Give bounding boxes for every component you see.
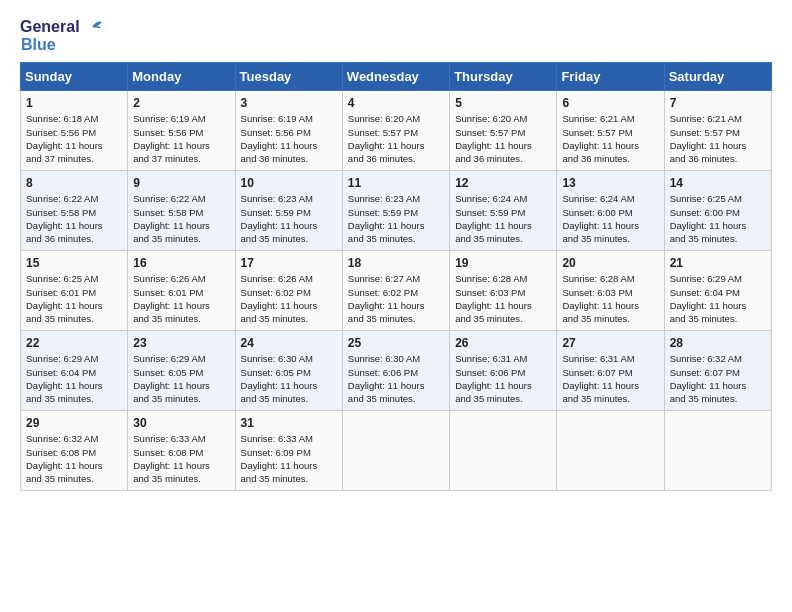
header-day-friday: Friday bbox=[557, 62, 664, 90]
day-number: 5 bbox=[455, 95, 552, 112]
day-number: 27 bbox=[562, 335, 659, 352]
week-row-5: 29Sunrise: 6:32 AMSunset: 6:08 PMDayligh… bbox=[21, 410, 772, 490]
calendar-cell: 30Sunrise: 6:33 AMSunset: 6:08 PMDayligh… bbox=[128, 410, 235, 490]
calendar-cell: 7Sunrise: 6:21 AMSunset: 5:57 PMDaylight… bbox=[664, 90, 771, 170]
day-number: 19 bbox=[455, 255, 552, 272]
day-number: 4 bbox=[348, 95, 445, 112]
calendar-cell: 11Sunrise: 6:23 AMSunset: 5:59 PMDayligh… bbox=[342, 170, 449, 250]
header-day-tuesday: Tuesday bbox=[235, 62, 342, 90]
calendar-cell: 5Sunrise: 6:20 AMSunset: 5:57 PMDaylight… bbox=[450, 90, 557, 170]
day-number: 29 bbox=[26, 415, 123, 432]
calendar-cell: 23Sunrise: 6:29 AMSunset: 6:05 PMDayligh… bbox=[128, 330, 235, 410]
day-number: 31 bbox=[241, 415, 338, 432]
calendar-cell: 18Sunrise: 6:27 AMSunset: 6:02 PMDayligh… bbox=[342, 250, 449, 330]
week-row-4: 22Sunrise: 6:29 AMSunset: 6:04 PMDayligh… bbox=[21, 330, 772, 410]
day-number: 7 bbox=[670, 95, 767, 112]
calendar-table: SundayMondayTuesdayWednesdayThursdayFrid… bbox=[20, 62, 772, 491]
calendar-cell: 6Sunrise: 6:21 AMSunset: 5:57 PMDaylight… bbox=[557, 90, 664, 170]
day-number: 10 bbox=[241, 175, 338, 192]
day-number: 25 bbox=[348, 335, 445, 352]
calendar-cell: 2Sunrise: 6:19 AMSunset: 5:56 PMDaylight… bbox=[128, 90, 235, 170]
calendar-cell: 14Sunrise: 6:25 AMSunset: 6:00 PMDayligh… bbox=[664, 170, 771, 250]
day-number: 11 bbox=[348, 175, 445, 192]
calendar-cell: 26Sunrise: 6:31 AMSunset: 6:06 PMDayligh… bbox=[450, 330, 557, 410]
calendar-cell: 28Sunrise: 6:32 AMSunset: 6:07 PMDayligh… bbox=[664, 330, 771, 410]
day-number: 21 bbox=[670, 255, 767, 272]
calendar-cell bbox=[664, 410, 771, 490]
day-number: 16 bbox=[133, 255, 230, 272]
day-number: 1 bbox=[26, 95, 123, 112]
header-row: SundayMondayTuesdayWednesdayThursdayFrid… bbox=[21, 62, 772, 90]
calendar-cell: 27Sunrise: 6:31 AMSunset: 6:07 PMDayligh… bbox=[557, 330, 664, 410]
calendar-cell: 9Sunrise: 6:22 AMSunset: 5:58 PMDaylight… bbox=[128, 170, 235, 250]
week-row-2: 8Sunrise: 6:22 AMSunset: 5:58 PMDaylight… bbox=[21, 170, 772, 250]
week-row-1: 1Sunrise: 6:18 AMSunset: 5:56 PMDaylight… bbox=[21, 90, 772, 170]
calendar-cell: 20Sunrise: 6:28 AMSunset: 6:03 PMDayligh… bbox=[557, 250, 664, 330]
logo-bird-icon bbox=[82, 18, 102, 36]
calendar-cell: 24Sunrise: 6:30 AMSunset: 6:05 PMDayligh… bbox=[235, 330, 342, 410]
day-number: 12 bbox=[455, 175, 552, 192]
day-number: 13 bbox=[562, 175, 659, 192]
calendar-cell: 13Sunrise: 6:24 AMSunset: 6:00 PMDayligh… bbox=[557, 170, 664, 250]
calendar-cell: 15Sunrise: 6:25 AMSunset: 6:01 PMDayligh… bbox=[21, 250, 128, 330]
header-day-sunday: Sunday bbox=[21, 62, 128, 90]
day-number: 9 bbox=[133, 175, 230, 192]
calendar-cell bbox=[557, 410, 664, 490]
day-number: 3 bbox=[241, 95, 338, 112]
calendar-cell: 10Sunrise: 6:23 AMSunset: 5:59 PMDayligh… bbox=[235, 170, 342, 250]
week-row-3: 15Sunrise: 6:25 AMSunset: 6:01 PMDayligh… bbox=[21, 250, 772, 330]
day-number: 23 bbox=[133, 335, 230, 352]
calendar-cell bbox=[450, 410, 557, 490]
calendar-cell bbox=[342, 410, 449, 490]
calendar-cell: 1Sunrise: 6:18 AMSunset: 5:56 PMDaylight… bbox=[21, 90, 128, 170]
calendar-cell: 31Sunrise: 6:33 AMSunset: 6:09 PMDayligh… bbox=[235, 410, 342, 490]
day-number: 28 bbox=[670, 335, 767, 352]
calendar-cell: 8Sunrise: 6:22 AMSunset: 5:58 PMDaylight… bbox=[21, 170, 128, 250]
day-number: 2 bbox=[133, 95, 230, 112]
day-number: 6 bbox=[562, 95, 659, 112]
day-number: 24 bbox=[241, 335, 338, 352]
calendar-cell: 16Sunrise: 6:26 AMSunset: 6:01 PMDayligh… bbox=[128, 250, 235, 330]
header-day-wednesday: Wednesday bbox=[342, 62, 449, 90]
day-number: 14 bbox=[670, 175, 767, 192]
header-day-thursday: Thursday bbox=[450, 62, 557, 90]
day-number: 30 bbox=[133, 415, 230, 432]
header: General Blue bbox=[20, 18, 772, 54]
header-day-saturday: Saturday bbox=[664, 62, 771, 90]
day-number: 20 bbox=[562, 255, 659, 272]
calendar-cell: 3Sunrise: 6:19 AMSunset: 5:56 PMDaylight… bbox=[235, 90, 342, 170]
day-number: 18 bbox=[348, 255, 445, 272]
calendar-cell: 4Sunrise: 6:20 AMSunset: 5:57 PMDaylight… bbox=[342, 90, 449, 170]
day-number: 26 bbox=[455, 335, 552, 352]
calendar-cell: 19Sunrise: 6:28 AMSunset: 6:03 PMDayligh… bbox=[450, 250, 557, 330]
day-number: 22 bbox=[26, 335, 123, 352]
logo-general: General bbox=[20, 18, 80, 36]
day-number: 8 bbox=[26, 175, 123, 192]
calendar-cell: 12Sunrise: 6:24 AMSunset: 5:59 PMDayligh… bbox=[450, 170, 557, 250]
calendar-cell: 29Sunrise: 6:32 AMSunset: 6:08 PMDayligh… bbox=[21, 410, 128, 490]
day-number: 17 bbox=[241, 255, 338, 272]
logo: General Blue bbox=[20, 18, 102, 54]
logo-blue: Blue bbox=[21, 36, 56, 54]
day-number: 15 bbox=[26, 255, 123, 272]
calendar-cell: 17Sunrise: 6:26 AMSunset: 6:02 PMDayligh… bbox=[235, 250, 342, 330]
calendar-cell: 22Sunrise: 6:29 AMSunset: 6:04 PMDayligh… bbox=[21, 330, 128, 410]
header-day-monday: Monday bbox=[128, 62, 235, 90]
calendar-cell: 21Sunrise: 6:29 AMSunset: 6:04 PMDayligh… bbox=[664, 250, 771, 330]
calendar-cell: 25Sunrise: 6:30 AMSunset: 6:06 PMDayligh… bbox=[342, 330, 449, 410]
calendar-page: General Blue SundayMondayTuesdayWednesda… bbox=[0, 0, 792, 612]
